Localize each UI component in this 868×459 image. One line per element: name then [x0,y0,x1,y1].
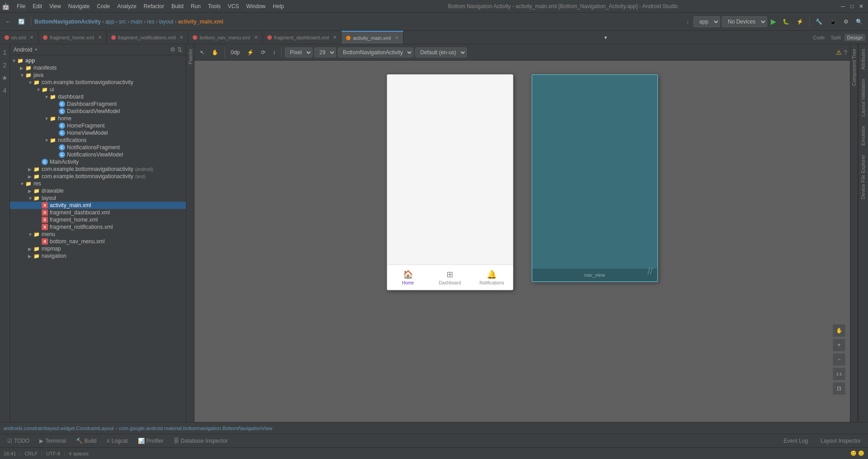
tab-close-fragment-home[interactable]: ✕ [98,35,102,40]
tree-item-dashboard[interactable]: ▼ 📁 dashboard [10,93,186,100]
tree-item-fragment-home-file[interactable]: X fragment_home.xml [10,216,186,223]
bc-res[interactable]: res [147,19,155,25]
git-update-button[interactable]: ↓ [683,17,692,26]
menu-navigate[interactable]: Navigate [65,2,93,10]
split-view-button[interactable]: Split [828,34,843,41]
tab-close-on-xml[interactable]: ✕ [30,35,33,40]
tree-item-notifications[interactable]: ▼ 📁 notifications [10,137,186,144]
panel-expand-button[interactable]: ⇅ [177,46,182,53]
status-line-ending[interactable]: CRLF [24,451,38,456]
tab-close-fragment-notifications[interactable]: ✕ [180,35,183,40]
tree-item-manifests[interactable]: ▶ 📁 manifests [10,64,186,71]
bc-src[interactable]: src [119,19,126,25]
run-config-dropdown[interactable]: app [693,16,720,27]
tree-item-bottom-nav-menu-file[interactable]: X bottom_nav_menu.xml [10,238,186,245]
menu-view[interactable]: View [46,2,65,10]
nav-item-notifications[interactable]: 🔔 Notifications [471,265,513,290]
event-log-tab[interactable]: Event Log [779,436,812,445]
zoom-reset-button[interactable]: 1:1 [833,368,845,380]
sdk-button[interactable]: ⚙ [841,17,851,26]
hand-tool-button[interactable]: ✋ [833,324,845,337]
panel-configure-button[interactable]: ⚙ [170,46,175,53]
pixel-dropdown[interactable]: Pixel [285,47,313,57]
layout-inspector-tab[interactable]: Layout Inspector [816,436,865,445]
bc-main[interactable]: main [131,19,142,25]
tab-close-bottom-nav-menu[interactable]: ✕ [254,35,258,40]
menu-tools[interactable]: Tools [204,2,224,10]
sync-button[interactable]: 🔄 [15,17,28,26]
logcat-tab[interactable]: ≡ Logcat [102,436,133,445]
tree-item-notif-viewmodel[interactable]: C NotificationsViewModel [10,151,186,158]
component-tree-label[interactable]: Component Tree [850,44,858,90]
menu-file[interactable]: File [13,2,29,10]
bc-app[interactable]: app [105,19,114,25]
design-dp-button[interactable]: 0dp [228,48,242,57]
database-inspector-tab[interactable]: 🗄 Database Inspector [169,436,232,445]
design-constraint-button[interactable]: ⚡ [244,48,256,57]
palette-label[interactable]: Palette [186,44,194,69]
nav-item-dashboard[interactable]: ⊞ Dashboard [429,265,471,290]
favorites-sidebar-icon[interactable]: ★ [2,71,8,84]
tree-item-com-example-android[interactable]: ▶ 📁 com.example.bottomnavigationactivity… [10,166,186,173]
tree-item-home-viewmodel[interactable]: C HomeViewModel [10,129,186,137]
menu-analyze[interactable]: Analyze [114,2,140,10]
profiler-tab[interactable]: 📊 Profiler [133,436,168,445]
status-spaces[interactable]: 4 spaces [69,451,89,456]
tab-fragment-dashboard[interactable]: fragment_dashboard.xml ✕ [263,31,342,44]
terminal-tab[interactable]: ▶ Terminal [35,436,70,445]
design-select-button[interactable]: ↖ [197,48,207,57]
device-file-explorer-tab[interactable]: Device File Explorer [859,150,868,203]
tab-close-fragment-dashboard[interactable]: ✕ [333,35,337,40]
maximize-button[interactable]: □ [848,2,856,11]
tree-item-res[interactable]: ▼ 📁 res [10,180,186,187]
breadcrumb-bottomnav[interactable]: com.google.android.material.bottomnaviga… [119,426,272,431]
activity-dropdown[interactable]: BottomNavigationActivity [338,47,413,57]
back-button[interactable]: ← [3,17,14,26]
run-button[interactable]: ▶ [769,16,778,27]
sync-project-button[interactable]: 🔧 [813,17,825,26]
attributes-tab[interactable]: Attributes [859,44,868,74]
menu-build[interactable]: Build [168,2,187,10]
breadcrumb-constraintlayout[interactable]: androidx.constraintlayout.widget.Constra… [4,426,114,431]
api-dropdown[interactable]: 29 [314,47,336,57]
search-everywhere-button[interactable]: 🔍 [853,17,865,26]
menu-code[interactable]: Code [93,2,114,10]
zoom-in-button[interactable]: + [833,339,845,351]
menu-edit[interactable]: Edit [29,2,46,10]
menu-vcs[interactable]: VCS [224,2,243,10]
design-view-button[interactable]: Design [844,34,865,41]
profile-button[interactable]: ⚡ [794,17,806,26]
design-infer-button[interactable]: ⟳ [258,48,268,57]
tree-item-activity-main[interactable]: X activity_main.xml [10,202,186,209]
build-variants-icon[interactable]: 4 [3,84,7,97]
close-button[interactable]: ✕ [856,2,866,11]
help-icon[interactable]: ? [844,49,847,56]
tab-fragment-notifications[interactable]: fragment_notifications.xml ✕ [107,31,189,44]
bc-file[interactable]: activity_main.xml [178,19,223,25]
tab-close-activity-main[interactable]: ✕ [395,35,398,40]
tree-item-navigation[interactable]: ▶ 📁 navigation [10,252,186,260]
project-sidebar-icon[interactable]: 1 [3,46,7,59]
bc-layout[interactable]: layout [159,19,173,25]
bc-project[interactable]: BottomNavigationActivity [34,19,101,25]
emulator-tab[interactable]: Emulator [859,121,868,150]
device-dropdown[interactable]: No Devices [722,16,767,27]
tree-item-notif-fragment[interactable]: C NotificationsFragment [10,144,186,151]
tree-item-com-example[interactable]: ▼ 📁 com.example.bottomnavigationactivity [10,79,186,86]
status-charset[interactable]: UTF-8 [46,451,60,456]
tree-item-app[interactable]: ▼ 📁 app [10,57,186,64]
tree-item-menu[interactable]: ▼ 📁 menu [10,231,186,238]
layout-validation-tab[interactable]: Layout Validation [859,74,868,121]
tree-item-mipmap[interactable]: ▶ 📁 mipmap [10,245,186,252]
todo-tab[interactable]: ☑ TODO [3,436,34,445]
design-pan-button[interactable]: ✋ [209,48,221,57]
tree-item-dashboard-fragment[interactable]: C DashboardFragment [10,100,186,108]
menu-run[interactable]: Run [187,2,204,10]
avd-button[interactable]: 📱 [827,17,839,26]
tree-item-home-fragment[interactable]: C HomeFragment [10,122,186,129]
design-align-button[interactable]: ↕ [270,48,278,57]
structure-sidebar-icon[interactable]: 2 [3,59,7,71]
build-tab[interactable]: 🔨 Build [71,436,101,445]
menu-help[interactable]: Help [269,2,288,10]
tab-bottom-nav-menu[interactable]: bottom_nav_menu.xml ✕ [188,31,262,44]
